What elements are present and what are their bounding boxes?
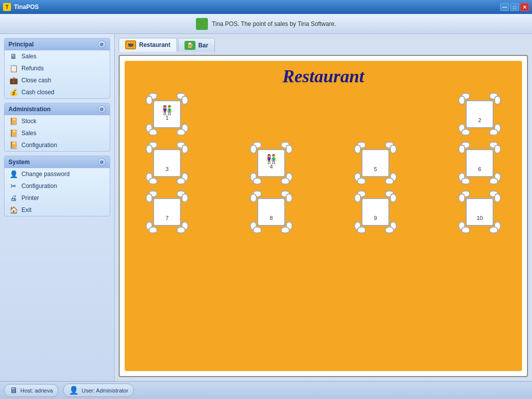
chair [253,178,262,185]
window-controls: — □ ✕ [500,3,529,11]
printer-label: Printer [21,195,39,201]
table-number: 2 [478,117,481,123]
stock-label: Stock [21,118,36,125]
sidebar-item-sys-config[interactable]: ✂ Configuration [4,180,110,192]
sidebar-item-cash-closed[interactable]: 💰 Cash closed [4,86,110,98]
chair [461,226,470,233]
stock-icon: 📔 [8,117,18,125]
bar-tab-label: Bar [198,42,208,49]
sidebar-item-exit[interactable]: 🏠 Exit [4,204,110,216]
sidebar-section-administration: Administration ⊘ 📔 Stock 📔 Sales 📔 Confi… [4,103,110,152]
table-3[interactable]: 3 [145,141,189,186]
table-4[interactable]: 👫 4 [249,141,294,186]
administration-section-header: Administration ⊘ [4,103,110,115]
chair [357,178,366,185]
chair [181,194,188,202]
app-header-text: Tina POS. The point of sales by Tina Sof… [212,20,336,27]
administration-label: Administration [8,106,51,113]
table-9[interactable]: 9 [353,190,398,234]
table-5[interactable]: 5 [353,141,398,186]
table-7[interactable]: 7 [145,190,189,234]
table-number: 7 [166,215,169,221]
table-surface: 👫 1 [153,100,181,128]
maximize-button[interactable]: □ [510,3,519,11]
tab-bar[interactable]: 🍺 Bar [178,38,215,52]
chair [461,129,470,136]
system-section-header: System ⊘ [4,156,110,168]
administration-collapse-btn[interactable]: ⊘ [98,105,106,113]
table-surface: 6 [466,149,494,177]
principal-collapse-btn[interactable]: ⊘ [98,40,106,48]
cash-closed-icon: 💰 [8,88,18,96]
sales-label: Sales [21,53,36,60]
floor-plan: Restaurant [125,61,522,371]
table-surface: 9 [361,198,389,226]
table-8[interactable]: 8 [249,190,294,234]
minimize-button[interactable]: — [500,3,509,11]
app-icon: T [3,3,11,11]
table-1[interactable]: 👫 1 [145,92,189,137]
table-number: 4 [270,164,273,170]
chair [286,145,293,154]
table-surface: 2 [466,100,494,128]
chair [177,178,185,185]
chair [390,145,397,154]
sidebar-item-admin-sales[interactable]: 📔 Sales [4,127,110,139]
sidebar-item-printer[interactable]: 🖨 Printer [4,192,110,204]
user-status: 👤 User: Administrator [63,384,134,397]
chair [494,96,501,105]
occupied-icon: 👫 [266,155,277,164]
principal-section-header: Principal ⊘ [4,38,110,50]
table-surface: 7 [153,198,181,226]
bar-tab-icon: 🍺 [184,41,195,50]
principal-label: Principal [8,41,34,48]
table-2[interactable]: 2 [457,92,502,137]
chair [494,194,501,202]
sidebar-item-configuration[interactable]: 📔 Configuration [4,139,110,151]
exit-icon: 🏠 [8,206,18,214]
app-header-icon: 🌿 [196,18,208,30]
sidebar-item-change-password[interactable]: 👤 Change password [4,168,110,180]
occupied-icon: 👫 [162,106,173,115]
table-number: 8 [270,215,273,221]
admin-sales-icon: 📔 [8,129,18,137]
floor-plan-container: Restaurant [119,55,528,377]
chair [281,226,290,233]
sidebar-section-system: System ⊘ 👤 Change password ✂ Configurati… [4,156,110,216]
sidebar-item-refunds[interactable]: 📋 Refunds [4,62,110,74]
table-6[interactable]: 6 [457,141,502,186]
sys-config-icon: ✂ [8,182,18,190]
sidebar-item-stock[interactable]: 📔 Stock [4,115,110,127]
chair [489,178,498,185]
restaurant-tab-icon: 🍽 [125,40,136,49]
cash-closed-label: Cash closed [21,89,54,96]
table-surface: 8 [257,198,285,226]
printer-icon: 🖨 [8,194,18,202]
host-icon: 🖥 [9,386,17,395]
chair [458,145,465,154]
chair [181,145,188,154]
change-password-icon: 👤 [8,170,18,178]
chair [385,178,394,185]
floor-plan-title: Restaurant [125,61,522,87]
content-area: 🍽 Restaurant 🍺 Bar Restaurant [115,34,532,381]
close-button[interactable]: ✕ [520,3,529,11]
sidebar-item-sales[interactable]: 🖥 Sales [4,50,110,62]
app-header: 🌿 Tina POS. The point of sales by Tina S… [0,14,532,34]
system-collapse-btn[interactable]: ⊘ [98,158,106,166]
chair [149,226,158,233]
chair [149,178,158,185]
configuration-icon: 📔 [8,141,18,149]
sales-icon: 🖥 [8,52,18,60]
tab-restaurant[interactable]: 🍽 Restaurant [119,38,177,52]
title-bar: T TinaPOS — □ ✕ [0,0,532,14]
chair [253,226,262,233]
exit-label: Exit [21,206,31,213]
chair [489,226,498,233]
refunds-icon: 📋 [8,64,18,72]
table-number: 5 [374,166,377,172]
table-10[interactable]: 10 [457,190,502,234]
chair [458,96,465,105]
sidebar-item-close-cash[interactable]: 💼 Close cash [4,74,110,86]
chair [354,145,361,154]
